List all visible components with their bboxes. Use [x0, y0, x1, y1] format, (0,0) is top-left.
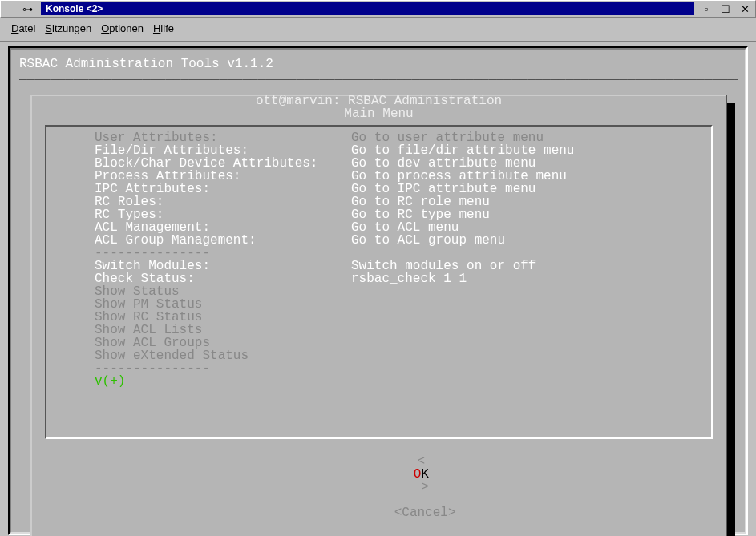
- menu-item-label: RC Roles:: [95, 195, 351, 208]
- menu-item[interactable]: ACL Management:Go to ACL menu: [95, 221, 663, 234]
- menu-item[interactable]: Show RC Status: [95, 311, 663, 324]
- menu-item-label: Show PM Status: [95, 298, 351, 311]
- menu-item-action: [351, 337, 663, 349]
- menu-item[interactable]: ACL Group Management:Go to ACL group men…: [95, 234, 663, 247]
- angle-right-icon: >: [421, 480, 429, 494]
- window-title: Konsole <2>: [41, 2, 694, 15]
- dialog-buttons: < OK > <Cancel>: [42, 442, 716, 532]
- menu-item-label: Check Status:: [95, 272, 351, 285]
- menu-item[interactable]: Show eXtended Status: [95, 349, 663, 362]
- menu-file[interactable]: Datei: [11, 22, 35, 34]
- menu-item-label: Switch Modules:: [95, 260, 351, 272]
- menu-item-action: rsbac_check 1 1: [351, 272, 663, 285]
- dialog-title: ott@marvin: RSBAC Administration: [42, 95, 716, 107]
- menu-item-action: Go to dev attribute menu: [351, 157, 663, 170]
- menu-item[interactable]: File/Dir Attributes:Go to file/dir attri…: [95, 144, 663, 157]
- titlebar: — ⊶ Konsole <2> ▫ ☐ ✕: [0, 0, 756, 18]
- menu-item[interactable]: Show PM Status: [95, 298, 663, 311]
- menu-separator: ---------------: [95, 362, 663, 375]
- scroll-down-icon[interactable]: v(+): [95, 375, 663, 388]
- menu-item-action: Go to ACL menu: [351, 221, 663, 234]
- menu-item-action: Go to ACL group menu: [351, 234, 663, 247]
- menu-item[interactable]: RC Roles:Go to RC role menu: [95, 195, 663, 208]
- pin-icon[interactable]: ⊶: [20, 2, 34, 16]
- menu-item-label: Show Status: [95, 285, 351, 298]
- menu-item-action: Go to user attribute menu: [351, 131, 663, 144]
- menu-item-action: [351, 285, 663, 298]
- menu-item-action: Go to IPC attribute menu: [351, 183, 663, 195]
- menu-item-label: ACL Group Management:: [95, 234, 351, 247]
- menu-item-action: Go to RC role menu: [351, 195, 663, 208]
- maximize-icon[interactable]: ☐: [718, 2, 733, 16]
- menu-item-label: Show ACL Lists: [95, 324, 351, 337]
- menu-item[interactable]: User Attributes:Go to user attribute men…: [95, 131, 663, 144]
- menu-item[interactable]: Block/Char Device Attributes:Go to dev a…: [95, 157, 663, 170]
- menu-item-label: Show RC Status: [95, 311, 351, 324]
- menu-item[interactable]: Check Status:rsbac_check 1 1: [95, 272, 663, 285]
- menu-item[interactable]: RC Types:Go to RC type menu: [95, 208, 663, 221]
- menu-item-label: Process Attributes:: [95, 170, 351, 183]
- close-icon[interactable]: ✕: [738, 2, 752, 16]
- cancel-button[interactable]: <Cancel>: [394, 506, 456, 520]
- menu-item-label: File/Dir Attributes:: [95, 144, 351, 157]
- minimize-icon[interactable]: ▫: [699, 2, 714, 16]
- menu-item-label: Show ACL Groups: [95, 337, 351, 349]
- menu-item-action: [351, 311, 663, 324]
- window-menu-icon[interactable]: —: [4, 2, 18, 16]
- menu-item-action: [351, 298, 663, 311]
- menu-sessions[interactable]: Sitzungen: [45, 22, 91, 34]
- menu-item-label: IPC Attributes:: [95, 183, 351, 195]
- dialog: ott@marvin: RSBAC Administration Main Me…: [30, 95, 727, 536]
- menu-item[interactable]: Show ACL Groups: [95, 337, 663, 349]
- menu-separator: ---------------: [95, 247, 663, 260]
- terminal: RSBAC Administration Tools v1.1.2 ott@ma…: [8, 46, 748, 535]
- menu-item-action: Go to process attribute menu: [351, 170, 663, 183]
- menu-item-label: Show eXtended Status: [95, 349, 351, 362]
- dialog-subtitle: Main Menu: [42, 107, 716, 120]
- divider: [19, 74, 738, 87]
- menu-item[interactable]: Show Status: [95, 285, 663, 298]
- menu-item[interactable]: Process Attributes:Go to process attribu…: [95, 170, 663, 183]
- menu-list[interactable]: User Attributes:Go to user attribute men…: [45, 125, 713, 439]
- menu-item-label: User Attributes:: [95, 131, 351, 144]
- menu-item[interactable]: Switch Modules:Switch modules on or off: [95, 260, 663, 272]
- menu-item[interactable]: IPC Attributes:Go to IPC attribute menu: [95, 183, 663, 195]
- menu-item-action: [351, 349, 663, 362]
- menu-item[interactable]: Show ACL Lists: [95, 324, 663, 337]
- menu-help[interactable]: Hilfe: [153, 22, 174, 34]
- menu-options[interactable]: Optionen: [101, 22, 144, 34]
- app-title: RSBAC Administration Tools v1.1.2: [19, 58, 738, 71]
- menu-item-action: Go to file/dir attribute menu: [351, 144, 663, 157]
- menu-item-action: Switch modules on or off: [351, 260, 663, 272]
- menu-item-label: Block/Char Device Attributes:: [95, 157, 351, 170]
- menubar: Datei Sitzungen Optionen Hilfe: [0, 18, 756, 42]
- menu-item-label: ACL Management:: [95, 221, 351, 234]
- menu-item-label: RC Types:: [95, 208, 351, 221]
- menu-item-action: [351, 324, 663, 337]
- menu-item-action: Go to RC type menu: [351, 208, 663, 221]
